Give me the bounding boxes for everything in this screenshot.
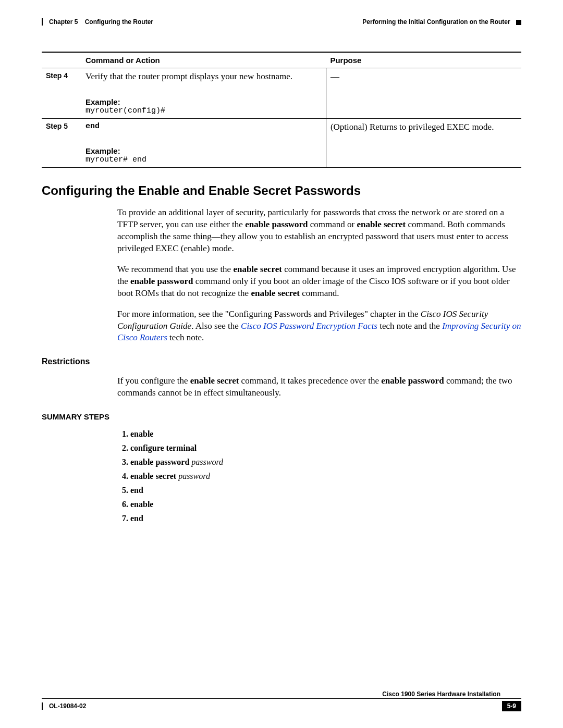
step4-example-code: myrouter(config)#: [85, 106, 322, 115]
link-password-encryption[interactable]: Cisco IOS Password Encryption Facts: [241, 321, 377, 331]
step4-action-cell: Verify that the router prompt displays y…: [81, 68, 326, 119]
col-header-purpose: Purpose: [326, 52, 521, 68]
summary-step-1: enable: [130, 429, 521, 439]
example-label: Example:: [85, 97, 322, 106]
summary-steps-heading: SUMMARY STEPS: [42, 412, 521, 421]
summary-step-7: end: [130, 514, 521, 523]
chapter-title: Configuring the Router: [85, 18, 153, 26]
header-right: Performing the Initial Configuration on …: [362, 18, 521, 26]
step5-command: end: [85, 122, 322, 131]
restrictions-paragraph: If you configure the enable secret comma…: [117, 375, 521, 399]
summary-step-2: configure terminal: [130, 443, 521, 453]
step-label: Step 5: [42, 119, 81, 168]
step-label: Step 4: [42, 68, 81, 119]
section-heading: Configuring the Enable and Enable Secret…: [42, 183, 521, 198]
page-footer: Cisco 1900 Series Hardware Installation …: [42, 689, 521, 711]
summary-step-4: enable secret password: [130, 472, 521, 481]
step5-purpose: (Optional) Returns to privileged EXEC mo…: [326, 119, 521, 168]
page-header: Chapter 5 Configuring the Router Perform…: [42, 18, 521, 26]
step5-action-cell: end Example: myrouter# end: [81, 119, 326, 168]
step4-purpose: —: [326, 68, 521, 119]
paragraph-1: To provide an additional layer of securi…: [117, 207, 521, 255]
footer-doc-id: OL-19084-02: [42, 702, 86, 710]
footer-doc-title: Cisco 1900 Series Hardware Installation: [42, 689, 521, 698]
summary-step-3: enable password password: [130, 458, 521, 467]
section-name: Performing the Initial Configuration on …: [362, 18, 510, 26]
step4-action: Verify that the router prompt displays y…: [85, 71, 322, 82]
paragraph-2: We recommend that you use the enable sec…: [117, 264, 521, 300]
step5-example-code: myrouter# end: [85, 155, 322, 164]
summary-steps-list: enable configure terminal enable passwor…: [117, 429, 521, 523]
document-page: Chapter 5 Configuring the Router Perform…: [0, 0, 563, 727]
col-header-action: Command or Action: [81, 52, 326, 68]
paragraph-3: For more information, see the "Configuri…: [117, 309, 521, 344]
command-table: Command or Action Purpose Step 4 Verify …: [42, 52, 521, 168]
table-corner: [42, 52, 81, 68]
summary-step-5: end: [130, 486, 521, 495]
header-left: Chapter 5 Configuring the Router: [42, 18, 153, 26]
chapter-label: Chapter 5: [49, 18, 78, 26]
footer-page-number: 5-9: [502, 701, 521, 711]
restrictions-heading: Restrictions: [42, 357, 521, 366]
example-label: Example:: [85, 146, 322, 155]
summary-step-6: enable: [130, 500, 521, 509]
